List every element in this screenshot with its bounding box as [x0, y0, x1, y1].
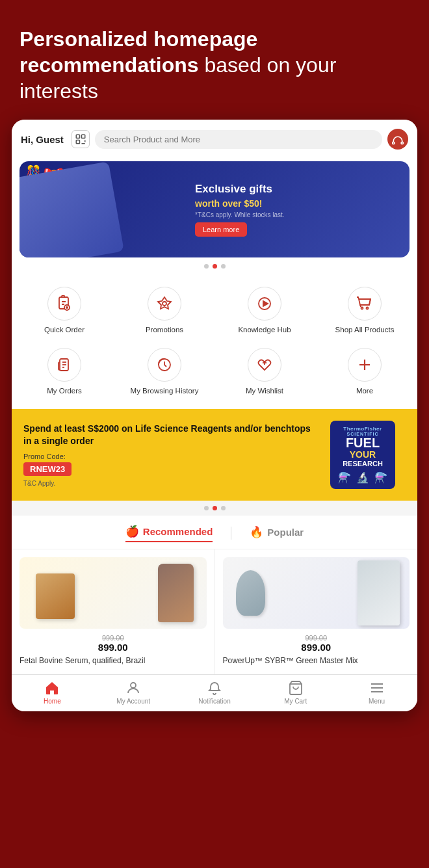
science-icon-2: 🔬: [356, 471, 369, 484]
banner1-dots: [12, 257, 417, 274]
products-grid: 999.00 899.00 Fetal Bovine Serum, qualif…: [12, 549, 417, 674]
banner-image: 🎊 🎁: [20, 161, 195, 257]
recommended-label: Recommended: [143, 526, 213, 537]
svg-rect-1: [81, 135, 84, 138]
popular-icon: 🔥: [250, 525, 263, 539]
svg-rect-2: [76, 140, 79, 144]
tab-popular[interactable]: 🔥 Popular: [250, 525, 304, 542]
product-image-fbs: [20, 557, 207, 629]
tabs-section: 🍎 Recommended 🔥 Popular 999.00 899.00 Fe…: [12, 516, 417, 674]
svg-rect-9: [393, 142, 395, 144]
promo-image-area: ThermoFisher SCIENTIFIC FUEL YOUR RESEAR…: [317, 421, 408, 489]
nav-cart[interactable]: My Cart: [255, 680, 336, 705]
wishlist-icon-circle: [248, 348, 281, 382]
greeting-text: Hi, Guest: [21, 134, 64, 145]
menu-label-knowledge-hub: Knowledge Hub: [238, 325, 291, 335]
popular-label: Popular: [267, 527, 304, 538]
menu-item-shop-products[interactable]: Shop All Products: [315, 280, 415, 341]
dot-2[interactable]: [213, 264, 217, 269]
product-price-old-sybr: 999.00: [223, 634, 410, 642]
promo-banner-1[interactable]: 🎊 🎁 Exclusive gifts worth over $50! *T&C…: [20, 161, 410, 257]
quick-order-icon-circle: [47, 287, 81, 321]
product-price-new-fbs: 899.00: [20, 642, 207, 653]
product-card-sybr[interactable]: 999.00 899.00 PowerUp™ SYBR™ Green Maste…: [215, 549, 418, 674]
banner-text-area: Exclusive gifts worth over $50! *T&Cs ap…: [195, 173, 410, 245]
product-price-new-sybr: 899.00: [223, 642, 410, 653]
nav-account[interactable]: My Account: [93, 680, 174, 705]
menu-label-promotions: Promotions: [146, 325, 183, 335]
hero-section: Personalized homepage recommendations ba…: [0, 0, 429, 120]
more-icon-circle: [348, 348, 382, 382]
fuel-text: FUEL: [338, 436, 387, 449]
science-icon-1: ⚗️: [338, 471, 351, 484]
dot2-3[interactable]: [221, 506, 226, 510]
nav-notification[interactable]: Notification: [174, 680, 255, 705]
promo-headline: Spend at least S$2000 on Life Science Re…: [23, 423, 317, 447]
browsing-history-icon-circle: [148, 348, 181, 382]
promo-brand: ThermoFisher SCIENTIFIC: [338, 426, 387, 436]
dot2-1[interactable]: [204, 506, 209, 510]
menu-item-my-orders[interactable]: My Orders: [14, 341, 114, 402]
nav-label-home: Home: [44, 698, 61, 705]
svg-point-19: [367, 308, 369, 309]
shop-products-icon-circle: [348, 287, 382, 321]
your-text: YOUR: [338, 449, 387, 460]
dot-3[interactable]: [221, 264, 226, 269]
nav-menu[interactable]: Menu: [336, 680, 417, 705]
svg-point-15: [162, 302, 166, 306]
tab-recommended[interactable]: 🍎 Recommended: [125, 525, 213, 542]
promo-text-area: Spend at least S$2000 on Life Science Re…: [23, 423, 317, 487]
tab-separator: [231, 527, 231, 540]
science-icon-3: ⚗️: [374, 471, 387, 484]
svg-rect-0: [76, 135, 79, 138]
svg-rect-10: [401, 142, 403, 144]
nav-label-account: My Account: [116, 698, 150, 705]
dot2-2[interactable]: [213, 506, 217, 510]
fuel-badge: ThermoFisher SCIENTIFIC FUEL YOUR RESEAR…: [330, 421, 395, 489]
product-image-sybr: [223, 557, 410, 629]
product-card-fbs[interactable]: 999.00 899.00 Fetal Bovine Serum, qualif…: [12, 549, 214, 674]
nav-home[interactable]: Home: [12, 680, 93, 705]
menu-item-quick-order[interactable]: Quick Order: [14, 280, 114, 341]
rec-pop-tabs: 🍎 Recommended 🔥 Popular: [12, 516, 417, 549]
banner-headline: Exclusive gifts: [195, 182, 400, 196]
promo-banner-2[interactable]: Spend at least S$2000 on Life Science Re…: [12, 409, 417, 501]
hero-title: Personalized homepage recommendations ba…: [20, 26, 410, 104]
dot-1[interactable]: [204, 264, 209, 269]
nav-label-cart: My Cart: [284, 698, 307, 705]
banner2-dots: [12, 501, 417, 516]
phone-container: Hi, Guest: [12, 120, 417, 711]
nav-label-notification: Notification: [198, 698, 230, 705]
banner-section: 🎊 🎁 Exclusive gifts worth over $50! *T&C…: [12, 156, 417, 274]
promo-code-badge: RNEW23: [23, 462, 72, 476]
recommended-icon: 🍎: [125, 525, 139, 538]
research-text: RESEARCH: [338, 460, 387, 467]
product-name-fbs: Fetal Bovine Serum, qualified, Brazil: [20, 655, 207, 666]
menu-item-wishlist[interactable]: My Wishlist: [214, 341, 315, 402]
my-orders-icon-circle: [47, 348, 81, 382]
search-input[interactable]: [95, 130, 382, 149]
svg-point-29: [131, 683, 136, 688]
product-price-old-fbs: 999.00: [20, 634, 207, 642]
menu-item-knowledge-hub[interactable]: Knowledge Hub: [214, 280, 315, 341]
promo-icons-row: ⚗️ 🔬 ⚗️: [338, 471, 387, 484]
learn-more-button[interactable]: Learn more: [195, 222, 247, 237]
banner-tac: *T&Cs apply. While stocks last.: [195, 211, 400, 218]
knowledge-hub-icon-circle: [248, 287, 281, 321]
promotions-icon-circle: [148, 287, 181, 321]
support-icon[interactable]: [387, 129, 408, 150]
promo-code-label: Promo Code:: [23, 453, 317, 460]
menu-item-browsing-history[interactable]: My Browsing History: [114, 341, 214, 402]
menu-label-shop-products: Shop All Products: [335, 325, 395, 335]
phone-decoration: [20, 161, 124, 257]
menu-label-quick-order: Quick Order: [44, 325, 84, 335]
menu-label-browsing-history: My Browsing History: [131, 386, 199, 396]
menu-item-more[interactable]: More: [315, 341, 415, 402]
menu-item-promotions[interactable]: Promotions: [114, 280, 214, 341]
promo-tac: T&C Apply.: [23, 480, 317, 487]
menu-label-wishlist: My Wishlist: [246, 386, 283, 396]
menu-label-my-orders: My Orders: [47, 386, 82, 396]
menu-grid: Quick Order Promotions Knowledge Hub: [12, 274, 417, 409]
scan-icon[interactable]: [72, 130, 90, 148]
svg-point-18: [361, 308, 363, 309]
